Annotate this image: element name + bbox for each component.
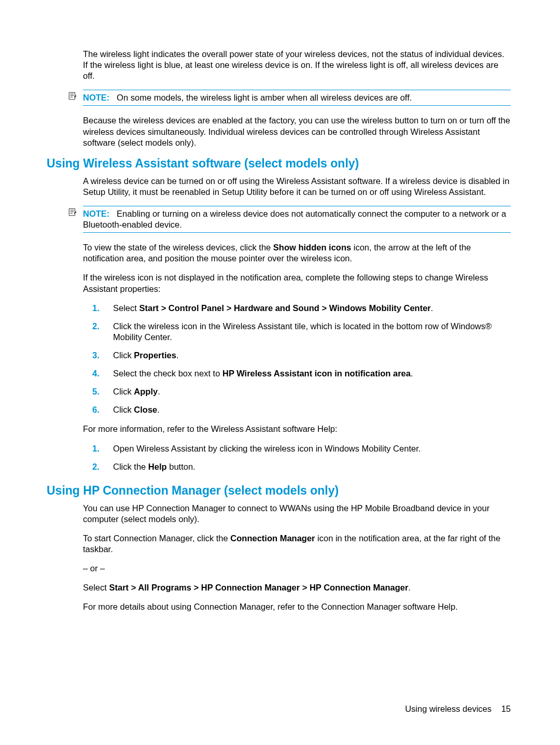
section-heading-wireless-assistant: Using Wireless Assistant software (selec… bbox=[47, 157, 511, 171]
list-item: Open Wireless Assistant by clicking the … bbox=[92, 443, 511, 454]
body-text-block: Because the wireless devices are enabled… bbox=[83, 115, 511, 148]
list-item: Select Start > Control Panel > Hardware … bbox=[92, 303, 511, 314]
note-body: On some models, the wireless light is am… bbox=[117, 93, 412, 102]
svg-rect-4 bbox=[69, 208, 75, 216]
body-text-block: To view the state of the wireless device… bbox=[83, 242, 511, 472]
paragraph: To view the state of the wireless device… bbox=[83, 242, 511, 264]
body-text-block: You can use HP Connection Manager to con… bbox=[83, 503, 511, 613]
note-callout: NOTE: Enabling or turning on a wireless … bbox=[83, 206, 511, 233]
paragraph: You can use HP Connection Manager to con… bbox=[83, 503, 511, 525]
paragraph: The wireless light indicates the overall… bbox=[83, 49, 511, 81]
paragraph: If the wireless icon is not displayed in… bbox=[83, 272, 511, 294]
page-footer: Using wireless devices 15 bbox=[405, 704, 511, 714]
note-callout: NOTE: On some models, the wireless light… bbox=[83, 90, 511, 106]
note-body: Enabling or turning on a wireless device… bbox=[83, 209, 506, 229]
body-text-block: A wireless device can be turned on or of… bbox=[83, 176, 511, 198]
list-item: Click Close. bbox=[92, 404, 511, 415]
note-label: NOTE: bbox=[83, 209, 109, 218]
paragraph: Select Start > All Programs > HP Connect… bbox=[83, 582, 511, 593]
body-text-block: The wireless light indicates the overall… bbox=[83, 49, 511, 81]
svg-rect-0 bbox=[69, 93, 75, 100]
numbered-list-help: Open Wireless Assistant by clicking the … bbox=[83, 443, 511, 472]
list-item: Click Apply. bbox=[92, 386, 511, 397]
paragraph: To start Connection Manager, click the C… bbox=[83, 533, 511, 555]
list-item: Select the check box next to HP Wireless… bbox=[92, 368, 511, 379]
document-page: The wireless light indicates the overall… bbox=[0, 0, 560, 745]
paragraph: Because the wireless devices are enabled… bbox=[83, 115, 511, 148]
note-text: NOTE: Enabling or turning on a wireless … bbox=[83, 209, 506, 229]
list-item: Click the wireless icon in the Wireless … bbox=[92, 321, 511, 343]
footer-text: Using wireless devices bbox=[405, 704, 492, 713]
page-number: 15 bbox=[501, 704, 511, 713]
note-label: NOTE: bbox=[83, 93, 109, 102]
note-text: NOTE: On some models, the wireless light… bbox=[83, 93, 412, 102]
note-icon bbox=[67, 91, 78, 103]
paragraph: For more information, refer to the Wirel… bbox=[83, 424, 511, 434]
paragraph: For more details about using Connection … bbox=[83, 601, 511, 612]
note-icon bbox=[67, 207, 78, 219]
list-item: Click Properties. bbox=[92, 350, 511, 361]
section-heading-connection-manager: Using HP Connection Manager (select mode… bbox=[47, 484, 511, 498]
paragraph: – or – bbox=[83, 563, 511, 574]
list-item: Click the Help button. bbox=[92, 461, 511, 472]
paragraph: A wireless device can be turned on or of… bbox=[83, 176, 511, 198]
numbered-list-steps: Select Start > Control Panel > Hardware … bbox=[83, 303, 511, 416]
